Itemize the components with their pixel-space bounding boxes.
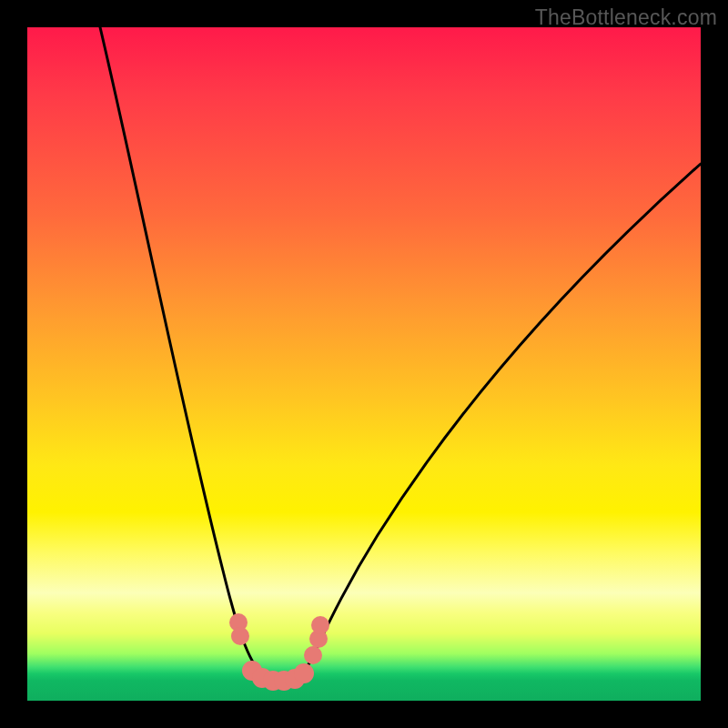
curve-layer bbox=[27, 27, 701, 701]
curve-right bbox=[305, 164, 701, 672]
svg-point-7 bbox=[294, 663, 314, 683]
trough-markers bbox=[229, 613, 329, 691]
chart-frame: TheBottleneck.com bbox=[0, 0, 728, 728]
watermark-text: TheBottleneck.com bbox=[535, 5, 717, 30]
plot-area bbox=[27, 27, 701, 701]
curve-left bbox=[100, 27, 259, 672]
svg-point-10 bbox=[311, 616, 329, 634]
svg-point-1 bbox=[231, 627, 249, 645]
svg-point-8 bbox=[304, 646, 322, 664]
